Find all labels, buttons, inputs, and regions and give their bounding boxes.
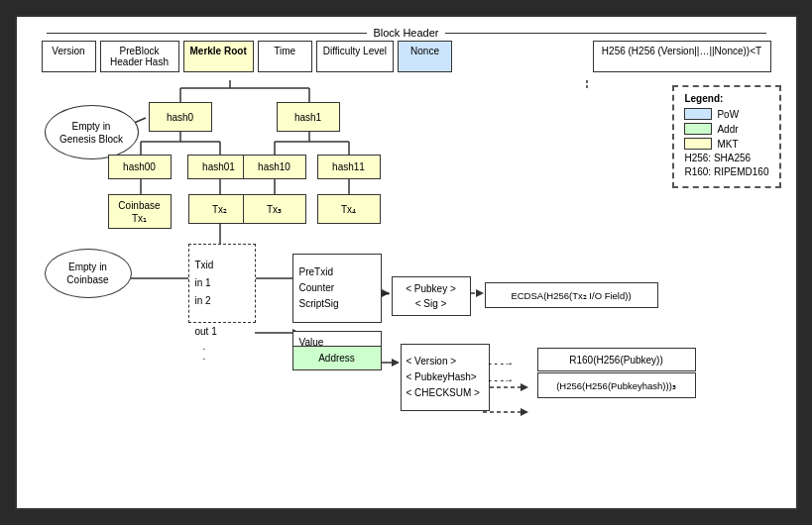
cell-merkle: Merkle Root: [183, 41, 254, 72]
address-box: Address: [292, 346, 382, 370]
r160-box: R160(H256(Pubkey)): [537, 348, 696, 371]
main-frame: Block Header Version PreBlock Header Has…: [15, 15, 798, 510]
hash10-node: hash10: [243, 155, 306, 179]
h256-box: (H256(H256(Pubkeyhash)))₃: [537, 372, 696, 398]
dot2-label: .: [203, 351, 206, 362]
legend-h256-label: H256: SHA256: [684, 153, 751, 163]
cell-difficulty: Difficulty Level: [316, 41, 394, 72]
svg-marker-31: [521, 383, 528, 391]
diagram-area: Empty inGenesis Block hash0 hash1 hash00…: [27, 80, 786, 496]
legend-addr: Addr: [684, 123, 768, 135]
legend-mkt-label: MKT: [717, 139, 738, 150]
hash0-node: hash0: [149, 102, 212, 132]
legend-title: Legend:: [684, 93, 768, 104]
legend-box: Legend: PoW Addr MKT H256: SHA256 R160: …: [672, 85, 780, 188]
cell-pow: H256 (H256 (Version||…||Nonce))<T: [593, 41, 771, 72]
hash00-node: hash00: [108, 155, 172, 179]
empty-genesis-node: Empty inGenesis Block: [45, 105, 139, 159]
legend-addr-label: Addr: [717, 124, 738, 135]
header-row: Version PreBlock Header Hash Merkle Root…: [27, 41, 786, 72]
block-header-label: Block Header: [367, 27, 444, 39]
coinbase-tx1-node: CoinbaseTx₁: [108, 194, 172, 229]
block-header-bracket: Block Header: [27, 27, 786, 39]
hash01-node: hash01: [187, 155, 251, 179]
hash11-node: hash11: [317, 155, 381, 179]
legend-addr-box: [684, 123, 712, 135]
legend-h256: H256: SHA256: [684, 153, 768, 163]
ecdsa-box: ECDSA(H256(Tx₂ I/O Field)): [485, 282, 658, 308]
out1-label: out 1: [195, 326, 217, 337]
tx4-node: Tx₄: [317, 194, 381, 224]
cell-version: Version: [42, 41, 96, 72]
addr-detail-box: < Version > < PubkeyHash> < CHECKSUM >: [401, 344, 490, 411]
txid-box: Txid in 1 in 2: [188, 244, 256, 323]
addr-arrow2: - - -→: [489, 374, 515, 385]
addr-arrow: - - -→: [489, 358, 515, 368]
pubkey-sig-box: < Pubkey > < Sig >: [392, 276, 471, 316]
legend-pow: PoW: [684, 108, 768, 120]
legend-r160-label: R160: RIPEMD160: [684, 166, 768, 177]
hash1-node: hash1: [277, 102, 340, 132]
svg-marker-33: [521, 408, 528, 416]
legend-mkt: MKT: [684, 138, 768, 150]
tx3-node: Tx₃: [243, 194, 306, 224]
cell-preblock: PreBlock Header Hash: [100, 41, 179, 72]
empty-coinbase-node: Empty inCoinbase: [45, 249, 132, 298]
legend-pow-label: PoW: [717, 109, 739, 120]
legend-mkt-box: [684, 138, 712, 150]
cell-nonce: Nonce: [398, 41, 452, 72]
svg-marker-29: [392, 359, 400, 367]
legend-r160: R160: RIPEMD160: [684, 166, 768, 177]
svg-marker-26: [476, 289, 484, 297]
cell-time: Time: [258, 41, 312, 72]
pretxid-box: PreTxid Counter ScriptSig: [292, 254, 382, 323]
legend-pow-box: [684, 108, 712, 120]
